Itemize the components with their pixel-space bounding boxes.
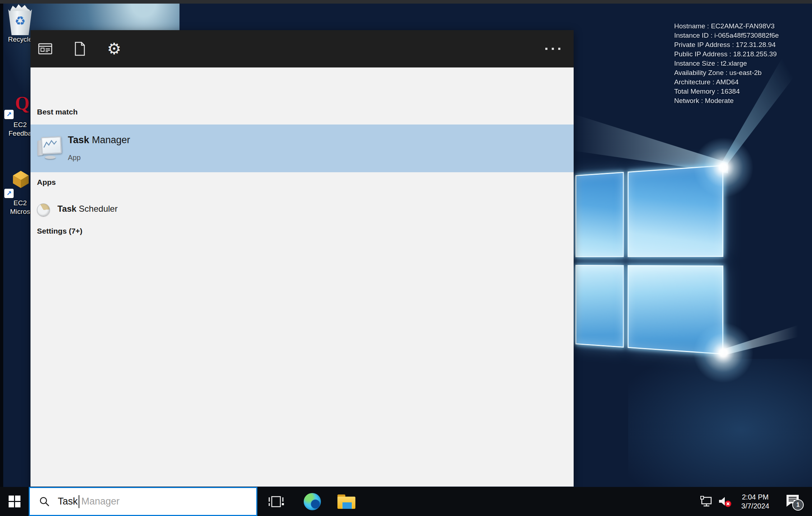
logo-pane-top-left	[575, 172, 624, 257]
notification-badge: 1	[792, 499, 804, 511]
logo-pane-top-right	[627, 165, 723, 257]
info-private-ip: Private IP Address : 172.31.28.94	[674, 40, 779, 50]
light-beam-upper-left	[574, 114, 728, 173]
recycle-symbol-icon: ♻	[6, 14, 34, 28]
info-instance-id: Instance ID : i-065a48f5730882f6e	[674, 31, 779, 40]
filter-documents-button[interactable]	[68, 37, 91, 60]
scheduler-title: Task Scheduler	[57, 204, 118, 214]
section-settings[interactable]: Settings (7+)	[37, 227, 83, 235]
ellipsis-icon	[545, 48, 547, 50]
recycle-bin-icon: ♻	[6, 4, 34, 35]
action-center-button[interactable]: 1	[781, 487, 806, 516]
taskbar-search-input[interactable]: Task Manager	[29, 487, 257, 516]
windows-desktop: Hostname : EC2AMAZ-FAN98V3 Instance ID :…	[0, 0, 812, 516]
file-explorer-button[interactable]	[335, 487, 358, 516]
filter-settings-button[interactable]: ⚙	[103, 37, 126, 60]
windows-hero-logo	[575, 165, 723, 353]
info-availability-zone: Availability Zone : us-east-2b	[674, 68, 779, 78]
search-icon	[39, 496, 50, 507]
clock-date: 3/7/2024	[741, 502, 769, 511]
logo-pane-bottom-left	[575, 265, 624, 348]
info-instance-size: Instance Size : t2.xlarge	[674, 59, 779, 68]
start-button[interactable]	[0, 487, 29, 516]
logo-pane-bottom-right	[627, 265, 723, 355]
instance-info-overlay: Hostname : EC2AMAZ-FAN98V3 Instance ID :…	[674, 22, 779, 105]
task-view-icon	[267, 494, 285, 510]
documents-filter-icon	[74, 42, 86, 56]
task-view-button[interactable]	[265, 487, 288, 516]
q-logo-icon: Q	[15, 94, 29, 113]
result-subtitle: App	[68, 154, 81, 162]
screen-left-strip	[0, 4, 3, 487]
info-architecture: Architecture : AMD64	[674, 78, 779, 87]
result-task-manager[interactable]: Task Manager App	[31, 125, 574, 172]
taskbar-clock[interactable]: 2:04 PM 3/7/2024	[735, 487, 775, 516]
network-icon	[699, 496, 714, 508]
search-filter-header: ⚙	[31, 30, 574, 67]
settings-gear-icon: ⚙	[107, 41, 121, 57]
clock-time: 2:04 PM	[742, 493, 769, 502]
scheduler-title-rest: Scheduler	[76, 204, 118, 214]
edge-browser-button[interactable]	[301, 487, 324, 516]
scheduler-title-match: Task	[57, 204, 76, 214]
result-task-scheduler[interactable]: Task Scheduler	[31, 196, 574, 223]
filter-apps-button[interactable]	[34, 37, 57, 60]
taskbar: Task Manager	[0, 487, 812, 516]
info-hostname: Hostname : EC2AMAZ-FAN98V3	[674, 22, 779, 31]
info-network: Network : Moderate	[674, 96, 779, 105]
result-title-rest: Manager	[89, 135, 130, 145]
result-title-match: Task	[68, 135, 89, 145]
screen-top-strip	[0, 0, 812, 4]
windows-start-icon	[9, 496, 20, 507]
info-public-ip: Public IP Address : 18.218.255.39	[674, 50, 779, 59]
info-total-memory: Total Memory : 16384	[674, 87, 779, 96]
shortcut-arrow-icon: ↗	[4, 110, 14, 119]
edge-icon	[304, 493, 321, 510]
start-search-flyout: ⚙ Best match	[31, 30, 574, 487]
light-beam-right	[721, 313, 812, 356]
section-apps: Apps	[37, 178, 56, 187]
text-caret	[79, 495, 79, 508]
more-options-button[interactable]	[541, 45, 564, 52]
result-title: Task Manager	[68, 135, 130, 146]
cube-icon	[13, 171, 29, 188]
volume-muted-icon	[718, 495, 733, 508]
section-best-match: Best match	[37, 108, 78, 116]
search-typed-text: Task	[58, 496, 78, 507]
apps-filter-icon	[38, 42, 52, 55]
search-suggestion-text: Manager	[81, 496, 120, 507]
task-scheduler-icon	[37, 203, 50, 216]
search-results-panel: Best match Task Manager App Apps	[31, 67, 574, 487]
network-tray-button[interactable]	[697, 487, 716, 516]
shortcut-arrow-icon: ↗	[4, 189, 14, 198]
task-manager-icon	[37, 136, 61, 160]
volume-muted-button[interactable]	[716, 487, 734, 516]
file-explorer-icon	[337, 494, 355, 509]
